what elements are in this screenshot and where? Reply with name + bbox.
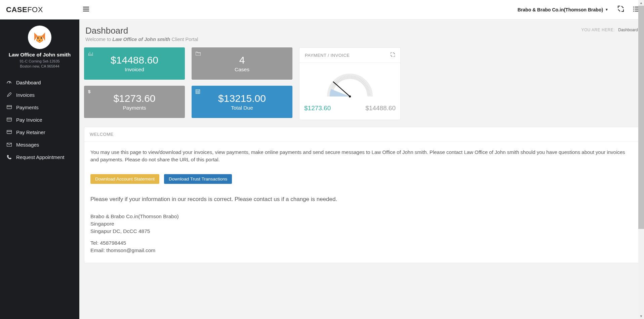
phone-icon bbox=[6, 155, 12, 159]
contact-email: Email: thomson@gmail.com bbox=[90, 247, 633, 254]
scrollbar[interactable]: ▲ ▼ bbox=[638, 0, 644, 319]
avatar bbox=[28, 26, 51, 49]
hamburger-menu-icon[interactable] bbox=[79, 6, 93, 13]
sidebar-item-dashboard[interactable]: Dashboard bbox=[0, 76, 79, 89]
breadcrumb-current: Dashboard bbox=[618, 28, 638, 32]
logo-light: FOX bbox=[27, 5, 43, 14]
main-content: Dashboard Welcome to Law Office of John … bbox=[79, 19, 644, 319]
contact-city: Singapore bbox=[90, 220, 633, 228]
fullscreen-icon[interactable] bbox=[618, 6, 624, 13]
page-title: Dashboard bbox=[85, 26, 198, 36]
contact-tel: Tel: 458798445 bbox=[90, 239, 633, 247]
svg-point-9 bbox=[349, 95, 351, 97]
svg-rect-2 bbox=[7, 106, 11, 109]
sidebar-item-label: Request Appointment bbox=[16, 154, 64, 160]
svg-text:$: $ bbox=[88, 89, 91, 94]
bar-chart-icon bbox=[88, 51, 93, 56]
firm-address-line2: Boston new, CA 965844 bbox=[3, 64, 76, 69]
welcome-text: You may use this page to view/download y… bbox=[90, 149, 633, 163]
sidebar-item-messages[interactable]: Messages bbox=[0, 138, 79, 151]
gauge-total-value: $14488.60 bbox=[365, 105, 396, 112]
subtitle-firm: Law Office of John smith bbox=[112, 37, 170, 42]
stat-value: $14488.60 bbox=[111, 54, 158, 66]
contact-block: Brabo & Brabo Co.in(Thomson Brabo) Singa… bbox=[90, 213, 633, 254]
sidebar: Law Office of John smith 91-C Corning Se… bbox=[0, 19, 79, 319]
chevron-down-icon: ▼ bbox=[605, 8, 608, 11]
scroll-up-icon[interactable]: ▲ bbox=[638, 0, 644, 6]
breadcrumb-label: YOU ARE HERE: bbox=[581, 28, 615, 32]
download-trust-button[interactable]: Download Trust Transactions bbox=[164, 174, 232, 184]
subtitle-suffix: Client Portal bbox=[170, 37, 198, 42]
svg-rect-4 bbox=[7, 130, 11, 134]
profile-block: Law Office of John smith 91-C Corning Se… bbox=[0, 19, 79, 74]
folder-icon bbox=[196, 51, 201, 56]
stat-value: $13215.00 bbox=[218, 93, 266, 104]
sidebar-item-label: Messages bbox=[16, 142, 39, 148]
svg-rect-7 bbox=[196, 90, 200, 94]
svg-point-1 bbox=[41, 37, 42, 39]
sidebar-item-request-appointment[interactable]: Request Appointment bbox=[0, 151, 79, 163]
subtitle-prefix: Welcome to bbox=[85, 37, 112, 42]
expand-icon[interactable] bbox=[391, 52, 395, 58]
contact-name: Brabo & Brabo Co.in(Thomson Brabo) bbox=[90, 213, 633, 220]
sidebar-item-label: Dashboard bbox=[16, 80, 41, 85]
firm-name: Law Office of John smith bbox=[3, 52, 76, 58]
scroll-thumb[interactable] bbox=[638, 6, 644, 229]
panel-title: PAYMENT / INVOICE bbox=[305, 53, 350, 58]
breadcrumb: YOU ARE HERE: Dashboard bbox=[581, 26, 638, 32]
user-label: Brabo & Brabo Co.in(Thomson Brabo) bbox=[518, 7, 603, 12]
svg-point-0 bbox=[37, 37, 39, 39]
gauge-chart bbox=[323, 70, 377, 100]
user-dropdown[interactable]: Brabo & Brabo Co.in(Thomson Brabo) ▼ bbox=[518, 7, 608, 12]
dollar-icon: $ bbox=[88, 89, 91, 95]
contact-region: Singapur DC, DcCC 4875 bbox=[90, 228, 633, 235]
firm-address-line1: 91-C Corning Set-12635 bbox=[3, 59, 76, 64]
stat-label: Total Due bbox=[231, 105, 253, 111]
app-logo: CASEFOX bbox=[0, 5, 79, 14]
verify-text: Please verify if your information in our… bbox=[90, 195, 633, 204]
sidebar-item-pay-retainer[interactable]: Pay Retainer bbox=[0, 126, 79, 138]
page-header: Dashboard Welcome to Law Office of John … bbox=[84, 24, 639, 47]
stats-row: $14488.60 Invoiced $ $1273.60 Payments 4… bbox=[84, 47, 639, 120]
sidebar-item-invoices[interactable]: Invoices bbox=[0, 89, 79, 101]
sidebar-item-payments[interactable]: Payments bbox=[0, 101, 79, 114]
sidebar-nav: Dashboard Invoices Payments Pay Invoice … bbox=[0, 74, 79, 163]
dashboard-icon bbox=[6, 80, 12, 85]
stat-value: $1273.60 bbox=[113, 93, 155, 104]
page-subtitle: Welcome to Law Office of John smith Clie… bbox=[85, 37, 198, 42]
sidebar-item-label: Payments bbox=[16, 105, 39, 110]
gauge-paid-value: $1273.60 bbox=[304, 105, 331, 112]
stat-payments[interactable]: $ $1273.60 Payments bbox=[84, 86, 185, 118]
calculator-icon bbox=[196, 89, 200, 95]
svg-rect-3 bbox=[7, 118, 11, 121]
envelope-icon bbox=[6, 143, 12, 147]
stat-cases[interactable]: 4 Cases bbox=[192, 47, 292, 80]
stat-invoiced[interactable]: $14488.60 Invoiced bbox=[84, 47, 185, 80]
card-icon bbox=[6, 130, 12, 134]
panel-title: WELCOME bbox=[90, 132, 114, 137]
edit-icon bbox=[6, 92, 12, 97]
download-statement-button[interactable]: Download Account Statement bbox=[90, 174, 159, 184]
card-icon bbox=[6, 105, 12, 109]
sidebar-item-label: Pay Retainer bbox=[16, 129, 45, 135]
payment-invoice-panel: PAYMENT / INVOICE bbox=[299, 47, 401, 120]
card-icon bbox=[6, 118, 12, 122]
top-bar: CASEFOX Brabo & Brabo Co.in(Thomson Brab… bbox=[0, 0, 644, 19]
scroll-down-icon[interactable]: ▼ bbox=[638, 313, 644, 319]
sidebar-item-label: Pay Invoice bbox=[16, 117, 42, 123]
stat-label: Cases bbox=[235, 67, 249, 73]
stat-label: Invoiced bbox=[125, 67, 144, 73]
sidebar-item-pay-invoice[interactable]: Pay Invoice bbox=[0, 114, 79, 126]
welcome-panel: WELCOME You may use this page to view/do… bbox=[84, 127, 639, 263]
stat-label: Payments bbox=[123, 105, 146, 111]
logo-bold: CASE bbox=[6, 5, 27, 14]
stat-total-due[interactable]: $13215.00 Total Due bbox=[192, 86, 292, 118]
stat-value: 4 bbox=[239, 54, 245, 66]
sidebar-item-label: Invoices bbox=[16, 92, 35, 98]
